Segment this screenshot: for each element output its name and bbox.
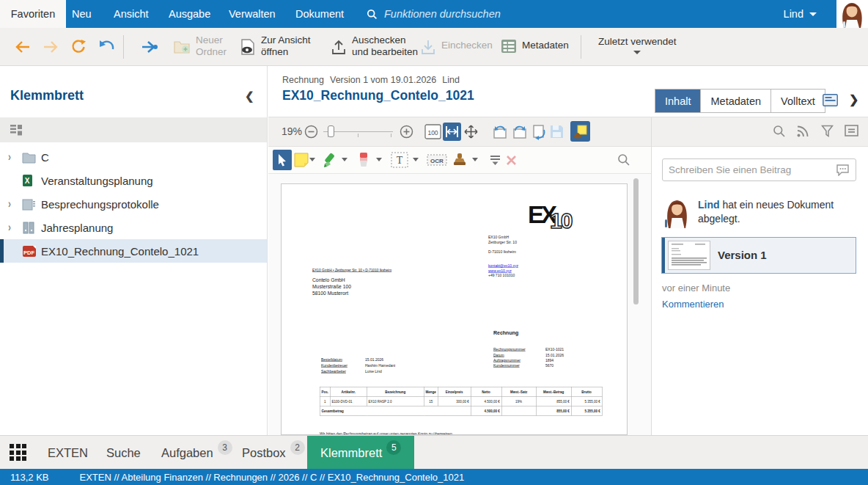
zoom-in-button[interactable] (397, 123, 416, 141)
document-search-icon[interactable] (614, 150, 633, 170)
note-dropdown-icon[interactable] (309, 158, 315, 161)
taskbar-postbox[interactable]: Postbox2 (242, 436, 305, 470)
menu-ausgabe[interactable]: Ausgabe (169, 0, 210, 28)
stamp-tool[interactable] (450, 150, 469, 170)
version-thumbnail (668, 241, 710, 270)
rotate-right-icon[interactable] (510, 123, 529, 141)
tree-item-besprechungsprotokolle[interactable]: › Besprechungsprotokolle (0, 192, 267, 216)
zoom-slider[interactable] (323, 131, 393, 132)
toggle-annotations-button[interactable] (570, 121, 590, 142)
delete-annotation-button[interactable] (501, 150, 521, 170)
svg-text:PDF: PDF (23, 249, 34, 255)
postbox-badge: 2 (290, 440, 305, 455)
tab-metadaten[interactable]: Metadaten (701, 90, 771, 112)
invoice-logo: EX10 (528, 200, 575, 228)
more-tabs-chevron-icon[interactable]: ❯ (849, 92, 858, 106)
user-menu[interactable]: Lind (784, 0, 817, 28)
folder-icon (22, 151, 36, 164)
elo-client-window: Favoriten Neu Ansicht Ausgabe Verwalten … (0, 0, 868, 485)
stamp-dropdown-icon[interactable] (472, 158, 478, 161)
expand-chevron-icon[interactable]: › (8, 150, 11, 164)
marker-dropdown-icon[interactable] (376, 158, 382, 161)
zoom-out-button[interactable] (302, 123, 320, 141)
user-name: Lind (784, 8, 803, 20)
invoice-meta-right: RechnungsnummerEX10-1021 Datum15.01.2026… (493, 347, 526, 368)
sticky-note-tool[interactable] (292, 150, 311, 170)
tree-item-jahresplanung[interactable]: › Jahresplanung (0, 216, 267, 239)
version-card[interactable]: Version 1 (661, 237, 856, 274)
new-folder-button[interactable]: NeuerOrdner (196, 34, 227, 58)
expand-chevron-icon[interactable]: › (8, 197, 11, 211)
forward-icon[interactable] (43, 40, 59, 54)
marker-tool[interactable] (355, 150, 374, 170)
taskbar-klemmbrett-active[interactable]: Klemmbrett5 (307, 436, 414, 470)
text-annotation-tool[interactable]: T (390, 150, 409, 170)
panel-divider (651, 117, 652, 435)
preview-scrollbar[interactable] (633, 178, 639, 305)
svg-text:OCR: OCR (430, 158, 444, 164)
zoom-slider-handle[interactable] (328, 125, 334, 137)
tree-item-veranstaltungsplanung[interactable]: X Veranstaltungsplanung (0, 169, 267, 192)
comment-input[interactable] (669, 159, 826, 180)
taskbar-aufgaben[interactable]: Aufgaben3 (161, 436, 232, 470)
goto-icon[interactable] (141, 40, 158, 54)
metadata-button[interactable]: Metadaten (522, 40, 569, 51)
user-avatar[interactable] (836, 0, 868, 28)
menu-neu[interactable]: Neu (72, 0, 92, 28)
select-cursor-tool[interactable] (273, 150, 292, 170)
metadata-icon[interactable] (500, 38, 518, 54)
new-folder-icon[interactable] (173, 38, 191, 54)
checkin-button[interactable]: Einchecken (441, 40, 493, 51)
supplier-address: EX10 GmbH Zettburger Str. 10 D-71010 Iks… (488, 235, 518, 278)
function-search-input[interactable]: Funktionen durchsuchen (367, 0, 501, 28)
feed-entry-text: Lind hat ein neues Dokument abgelegt. (698, 198, 856, 226)
comment-link[interactable]: Kommentieren (662, 299, 724, 310)
undo-icon[interactable] (98, 39, 116, 54)
menu-favoriten[interactable]: Favoriten (0, 0, 66, 28)
open-view-icon[interactable] (239, 38, 257, 56)
highlighter-dropdown-icon[interactable] (342, 158, 347, 161)
tree-item-c[interactable]: › C (0, 145, 267, 169)
text-dropdown-icon[interactable] (413, 158, 419, 161)
view-options-icon[interactable] (10, 125, 24, 136)
back-icon[interactable] (15, 40, 31, 54)
fit-page-button[interactable] (462, 123, 480, 141)
checkin-icon[interactable] (419, 38, 437, 56)
file-size: 113,2 KB (10, 472, 49, 483)
search-icon (367, 9, 378, 20)
invoice-title: Rechnung (493, 329, 518, 335)
version-card-accent (662, 238, 665, 273)
menu-ansicht[interactable]: Ansicht (114, 0, 149, 28)
checkout-icon[interactable] (330, 38, 347, 56)
tree-item-ex10-rechnung-selected[interactable]: PDF EX10_Rechnung_Contelo_1021 (0, 239, 267, 263)
zoom-100-button[interactable]: 100 (424, 123, 442, 141)
feed-rss-icon[interactable] (796, 125, 809, 138)
feed-filter-icon[interactable] (821, 125, 834, 137)
checkout-button[interactable]: Auscheckenund bearbeiten (352, 34, 418, 58)
recent-button[interactable]: Zuletzt verwendet (598, 36, 677, 54)
tab-volltext[interactable]: Volltext (771, 90, 825, 112)
open-view-button[interactable]: Zur Ansichtöffnen (261, 34, 311, 58)
document-version-info: RechnungVersion 1 vom 19.01.2026Lind (282, 75, 466, 85)
rotate-left-icon[interactable] (491, 123, 510, 141)
highlighter-tool[interactable] (321, 150, 340, 170)
rotate-page-icon[interactable] (529, 123, 548, 141)
taskbar-suche[interactable]: Suche (106, 436, 141, 470)
form-panel-icon[interactable] (823, 94, 838, 106)
save-icon[interactable] (548, 123, 566, 141)
menu-verwalten[interactable]: Verwalten (229, 0, 276, 28)
ocr-tool[interactable]: OCR (425, 150, 449, 170)
comment-composer[interactable] (662, 158, 856, 181)
feed-search-icon[interactable] (773, 125, 786, 138)
refresh-icon[interactable] (70, 38, 87, 54)
taskbar-exten[interactable]: EXTEN (48, 436, 88, 470)
feed-layout-icon[interactable] (845, 125, 858, 136)
tile-menu-icon[interactable] (10, 444, 26, 461)
document-preview-area[interactable]: EX10 EX10 GmbH Zettburger Str. 10 D-7101… (268, 174, 651, 435)
menu-dokument[interactable]: Dokument (295, 0, 344, 28)
collapse-sidebar-button[interactable]: ❮ (245, 90, 254, 103)
expand-chevron-icon[interactable]: › (8, 221, 11, 234)
fit-width-button[interactable] (443, 123, 461, 141)
tab-inhalt[interactable]: Inhalt (655, 90, 701, 112)
speech-bubble-icon[interactable] (836, 164, 850, 176)
